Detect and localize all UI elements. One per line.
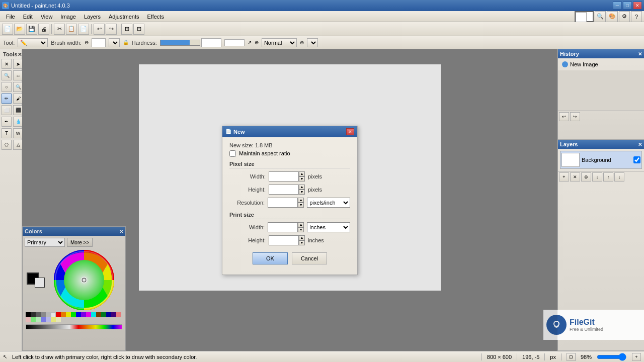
menu-image[interactable]: Image — [56, 13, 80, 21]
print-height-down[interactable]: ▼ — [299, 240, 305, 245]
tool-move[interactable]: ✕ — [2, 59, 12, 69]
print-height-input[interactable]: 6.25 — [269, 235, 299, 245]
layer-item[interactable]: Background — [560, 151, 642, 169]
layers-merge-button[interactable]: ↓ — [592, 172, 602, 182]
canvas-area[interactable]: Colors ✕ Primary Secondary More >> — [22, 49, 557, 351]
toolbar-deselect[interactable]: ⊟ — [133, 24, 144, 35]
toolbar-open[interactable]: 📂 — [14, 24, 25, 35]
history-item[interactable]: New Image — [560, 60, 642, 68]
print-size-section: Print size — [229, 212, 350, 219]
tool-zoom[interactable]: 🔍 — [2, 70, 12, 80]
opacity-select[interactable]: ▼ — [307, 38, 318, 47]
toolbar-save[interactable]: 💾 — [26, 24, 37, 35]
cursor-coordinates: 196, -5 — [522, 354, 539, 360]
pixel-width-spinner: 800 ▲ ▼ — [269, 171, 305, 182]
tool-ellipse[interactable]: ○ — [2, 82, 12, 92]
tool-brush[interactable]: 🖌 — [13, 94, 23, 104]
pixel-height-up[interactable]: ▲ — [299, 185, 305, 190]
tool-fill[interactable]: ⬛ — [13, 105, 23, 115]
layers-move-down-button[interactable]: ↓ — [614, 172, 624, 182]
blend-mode-icon2: ⊕ — [255, 40, 259, 45]
tools-close[interactable]: ✕ — [18, 52, 22, 57]
aspect-ratio-checkbox[interactable] — [229, 150, 236, 157]
toolbar-grid[interactable]: ⊞ — [121, 24, 132, 35]
toolbar-palette-btn[interactable]: 🎨 — [607, 11, 618, 22]
zoom-in-button[interactable]: + — [632, 353, 641, 361]
toolbar-new[interactable]: 📄 — [2, 24, 13, 35]
brush-width-select[interactable]: ▼ — [109, 38, 120, 47]
menu-edit[interactable]: Edit — [19, 13, 37, 21]
minimize-button[interactable]: ─ — [613, 2, 622, 10]
toolbar-search-btn[interactable]: 🔍 — [595, 11, 606, 22]
tool-pencil[interactable]: ✏ — [2, 94, 12, 104]
print-width-up[interactable]: ▲ — [298, 222, 304, 227]
layers-close[interactable]: ✕ — [638, 142, 642, 147]
resolution-down[interactable]: ▼ — [298, 203, 304, 208]
layer-visibility-checkbox[interactable] — [633, 156, 640, 163]
toolbar-paste[interactable]: 📄 — [78, 24, 89, 35]
history-close[interactable]: ✕ — [638, 51, 642, 57]
print-height-spinner-btns: ▲ ▼ — [299, 235, 305, 245]
maximize-button[interactable]: □ — [623, 2, 632, 10]
toolbar-copy[interactable]: 📋 — [66, 24, 77, 35]
resolution-unit-select[interactable]: pixels/inch pixels/cm — [307, 198, 350, 208]
menu-view[interactable]: View — [37, 13, 57, 21]
dialog-size-info: New size: 1.8 MB — [229, 142, 350, 148]
toolbar-help-btn[interactable]: ? — [631, 11, 642, 22]
blend-mode-select[interactable]: Normal — [262, 38, 297, 47]
menu-file[interactable]: File — [2, 13, 19, 21]
toolbar-cut[interactable]: ✂ — [54, 24, 65, 35]
print-width-down[interactable]: ▼ — [298, 227, 304, 232]
brush-width-input[interactable]: 2 — [92, 38, 106, 47]
resolution-input[interactable]: 96.00 — [268, 198, 298, 208]
pixel-width-input[interactable]: 800 — [269, 171, 299, 182]
layers-add-button[interactable]: + — [559, 172, 569, 182]
menu-effects[interactable]: Effects — [143, 13, 168, 21]
dialog-content: New size: 1.8 MB Maintain aspect ratio P… — [222, 137, 357, 275]
dialog-cancel-button[interactable]: Cancel — [292, 252, 327, 264]
layers-move-up-button[interactable]: ↑ — [603, 172, 613, 182]
tool-pan[interactable]: ↔ — [13, 70, 23, 80]
print-height-up[interactable]: ▲ — [299, 235, 305, 240]
close-button[interactable]: ✕ — [633, 2, 642, 10]
tool-zoom2[interactable]: 🔍 — [13, 82, 23, 92]
zoom-slider[interactable] — [597, 354, 627, 359]
resolution-up[interactable]: ▲ — [298, 198, 304, 203]
pixel-height-down[interactable]: ▼ — [299, 190, 305, 195]
layers-delete-button[interactable]: ✕ — [570, 172, 580, 182]
resolution-spinner-btns: ▲ ▼ — [298, 198, 304, 208]
tool-text[interactable]: T — [2, 128, 12, 138]
tool-eraser[interactable]: ⬜ — [2, 105, 12, 115]
pixel-width-down[interactable]: ▼ — [299, 176, 305, 182]
tool-wand[interactable]: W — [13, 128, 23, 138]
pixel-width-up[interactable]: ▲ — [299, 171, 305, 176]
zoom-fit-button[interactable]: ⊡ — [567, 353, 576, 361]
tool-shape[interactable]: ⬠ — [2, 140, 12, 150]
print-width-input[interactable]: 8.33 — [268, 222, 298, 232]
dialog-close-button[interactable]: ✕ — [346, 128, 354, 135]
toolbar-redo[interactable]: ↪ — [106, 24, 117, 35]
tool-clone[interactable]: ✒ — [2, 117, 12, 127]
print-unit-select[interactable]: inches cm mm — [307, 222, 350, 232]
print-width-spinner-btns: ▲ ▼ — [298, 222, 304, 232]
menu-adjustments[interactable]: Adjustments — [105, 13, 143, 21]
dialog-ok-button[interactable]: OK — [253, 252, 288, 264]
tool-dropper[interactable]: 💧 — [13, 117, 23, 127]
hardness-track[interactable] — [160, 40, 200, 46]
menu-layers[interactable]: Layers — [80, 13, 105, 21]
layers-duplicate-button[interactable]: ⊕ — [581, 172, 591, 182]
tool-label: Tool: — [3, 40, 15, 46]
print-height-row: Height: 6.25 ▲ ▼ inches — [229, 235, 350, 245]
tool-triangle[interactable]: △ — [13, 140, 23, 150]
pixel-height-input[interactable]: 600 — [269, 185, 299, 195]
tool-select[interactable]: ✏️ — [18, 38, 48, 47]
history-undo-button[interactable]: ↩ — [559, 112, 569, 121]
toolbar-settings-btn[interactable]: ⚙ — [619, 11, 630, 22]
title-bar: 🎨 Untitled - paint.net 4.0.3 ─ □ ✕ — [0, 0, 644, 11]
hardness-value[interactable]: 75% — [201, 38, 221, 47]
history-redo-button[interactable]: ↪ — [570, 112, 580, 121]
toolbar-print[interactable]: 🖨 — [38, 24, 49, 35]
toolbar-undo[interactable]: ↩ — [94, 24, 105, 35]
tool-select[interactable]: ➤ — [13, 59, 23, 69]
new-image-dialog: 📄 New ✕ New size: 1.8 MB Maintain aspect… — [222, 126, 358, 275]
